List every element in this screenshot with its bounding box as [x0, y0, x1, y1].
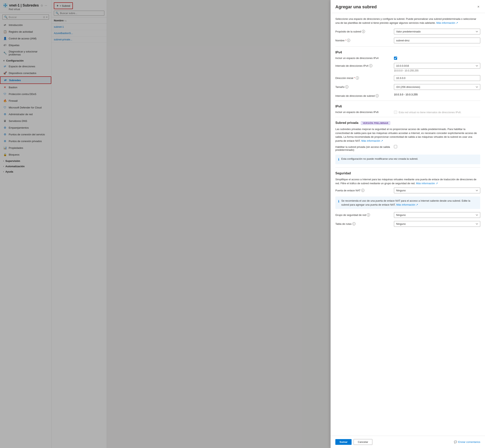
route-table-select[interactable]: Ninguno — [394, 221, 480, 227]
nat-more-info-link[interactable]: Más información ↗ — [396, 203, 418, 206]
feedback-icon: 💬 — [454, 440, 457, 443]
ipv4-section-title: IPv4 — [335, 51, 480, 54]
route-table-row: Tabla de rutas i Ninguno — [335, 221, 480, 227]
more-info-link-top[interactable]: Más información ↗ — [436, 21, 458, 24]
enable-private-subnet-label: Habilitar la subred privada (sin acceso … — [335, 145, 391, 151]
private-subnet-info-box: ℹ Esta configuración no puede modificars… — [335, 154, 480, 164]
subnet-purpose-info-icon[interactable]: i — [362, 30, 365, 33]
layout-content: + + Subred 🔍 Nombre ↑↓ subnet-1 AzureBas… — [51, 0, 485, 448]
include-ipv4-label: Incluir un espacio de direcciones IPv4 — [335, 56, 391, 60]
include-ipv6-row: Incluir un espacio de direcciones IPv6 E… — [335, 111, 480, 114]
include-ipv4-control — [394, 56, 397, 60]
security-group-control: Ninguno — [394, 212, 480, 218]
start-address-required: * — [354, 77, 355, 80]
security-more-info-link[interactable]: Más información ↗ — [416, 182, 438, 185]
nat-gateway-row: Puerta de enlace NAT i Ninguno — [335, 188, 480, 193]
subnet-purpose-control: Valor predeterminado — [394, 29, 480, 34]
route-table-info-icon[interactable]: i — [352, 222, 356, 225]
ipv4-range-control: 10.0.0.0/16 10.0.0.0 - 10.0.255.255 — [394, 63, 480, 72]
feedback-link[interactable]: 💬 Enviar comentarios — [454, 440, 480, 443]
info-icon-private: ℹ — [338, 157, 339, 162]
ipv6-section-title: IPv6 — [335, 105, 480, 108]
private-subnet-divider — [335, 117, 480, 117]
include-ipv4-checkbox[interactable] — [394, 56, 397, 60]
add-subnet-panel: Agregar una subred × Seleccione una espa… — [331, 0, 485, 448]
start-address-label: Dirección inicial * i — [335, 75, 391, 80]
private-subnet-more-info-link[interactable]: Más información ↗ — [361, 139, 383, 142]
subnet-range-info-icon[interactable]: i — [376, 94, 379, 97]
subnet-range-value: 10.0.3.0 - 10.0.3.255 — [394, 93, 418, 96]
size-label: Tamaño i — [335, 84, 391, 88]
ipv4-range-row: Intervalo de direcciones IPv4 i 10.0.0.0… — [335, 63, 480, 72]
subnet-purpose-label: Propósito de la subred i — [335, 29, 391, 33]
enable-private-subnet-checkbox[interactable] — [394, 145, 397, 148]
start-address-row: Dirección inicial * i — [335, 75, 480, 81]
size-select[interactable]: /24 (256 direcciones) — [394, 84, 480, 90]
name-label: Nombre * i — [335, 38, 391, 42]
panel-header: Agregar una subred × — [331, 0, 485, 13]
security-description: Simplifique el acceso a Internet para la… — [335, 177, 480, 185]
subnet-purpose-select[interactable]: Valor predeterminado — [394, 29, 480, 34]
subnet-range-label: Intervalo de direcciones de subred i — [335, 93, 391, 97]
panel-title: Agregar una subred — [335, 4, 377, 9]
ipv4-range-label: Intervalo de direcciones IPv4 i — [335, 63, 391, 67]
close-panel-button[interactable]: × — [477, 4, 480, 10]
security-section-title: Seguridad — [335, 172, 480, 175]
security-group-info-icon[interactable]: i — [367, 213, 370, 216]
ipv6-disabled-text: Esta red virtual no tiene intervalos de … — [399, 111, 461, 114]
nat-gateway-control: Ninguno — [394, 188, 480, 193]
ipv4-range-select[interactable]: 10.0.0.0/16 — [394, 63, 480, 69]
name-info-icon[interactable]: i — [347, 39, 350, 42]
name-control — [394, 38, 480, 43]
private-subnet-info-text: Esta configuración no puede modificarse … — [341, 157, 418, 161]
ipv4-range-info-icon[interactable]: i — [369, 64, 372, 67]
size-row: Tamaño i /24 (256 direcciones) — [335, 84, 480, 90]
include-ipv6-label: Incluir un espacio de direcciones IPv6 — [335, 111, 391, 114]
nat-gateway-label: Puerta de enlace NAT i — [335, 188, 391, 192]
enable-private-subnet-row: Habilitar la subred privada (sin acceso … — [335, 145, 480, 151]
info-icon-nat: ℹ — [338, 199, 339, 204]
start-address-input[interactable] — [394, 75, 480, 81]
route-table-control: Ninguno — [394, 221, 480, 227]
size-control: /24 (256 direcciones) — [394, 84, 480, 90]
overlay-backdrop: Agregar una subred × Seleccione una espa… — [51, 0, 485, 448]
private-subnet-description: Las subredes privadas mejoran la segurid… — [335, 127, 480, 143]
cancel-button[interactable]: Cancelar — [354, 439, 372, 445]
route-table-label: Tabla de rutas i — [335, 221, 391, 225]
nat-gateway-info-icon[interactable]: i — [361, 189, 364, 192]
panel-footer: Sumar Cancelar 💬 Enviar comentarios — [331, 436, 485, 448]
include-ipv6-control: Esta red virtual no tiene intervalos de … — [394, 111, 461, 114]
panel-description: Seleccione una espacio de direcciones y … — [335, 17, 480, 25]
subnet-range-value-area: 10.0.3.0 - 10.0.3.255 — [394, 93, 480, 96]
footer-actions: Sumar Cancelar — [335, 439, 372, 445]
submit-button[interactable]: Sumar — [335, 439, 352, 445]
security-group-label: Grupo de seguridad de red i — [335, 212, 391, 216]
nat-info-text: Se recomienda el uso de una puerta de en… — [341, 199, 477, 207]
panel-body: Seleccione una espacio de direcciones y … — [331, 13, 485, 436]
ipv4-divider — [335, 47, 480, 47]
feedback-label: Enviar comentarios — [458, 440, 480, 443]
nat-info-box: ℹ Se recomienda el uso de una puerta de … — [335, 197, 480, 209]
ipv4-range-sub: 10.0.0.0 - 10.0.255.255 — [394, 69, 480, 72]
security-group-row: Grupo de seguridad de red i Ninguno — [335, 212, 480, 218]
nat-gateway-select[interactable]: Ninguno — [394, 188, 480, 193]
start-address-info-icon[interactable]: i — [356, 76, 359, 80]
include-ipv4-row: Incluir un espacio de direcciones IPv4 — [335, 56, 480, 60]
include-ipv6-checkbox[interactable] — [394, 111, 397, 114]
preview-badge: VERSIÓN PRELIMINAR — [361, 121, 390, 125]
subnet-purpose-row: Propósito de la subred i Valor predeterm… — [335, 29, 480, 34]
name-row: Nombre * i — [335, 38, 480, 43]
name-required-indicator: * — [345, 39, 346, 42]
enable-private-subnet-control — [394, 145, 480, 149]
size-info-icon[interactable]: i — [345, 85, 348, 88]
security-group-select[interactable]: Ninguno — [394, 212, 480, 218]
start-address-control — [394, 75, 480, 81]
private-subnet-section-title: Subred privada VERSIÓN PRELIMINAR — [335, 121, 480, 125]
subnet-range-row: Intervalo de direcciones de subred i 10.… — [335, 93, 480, 97]
name-input[interactable] — [394, 38, 480, 43]
